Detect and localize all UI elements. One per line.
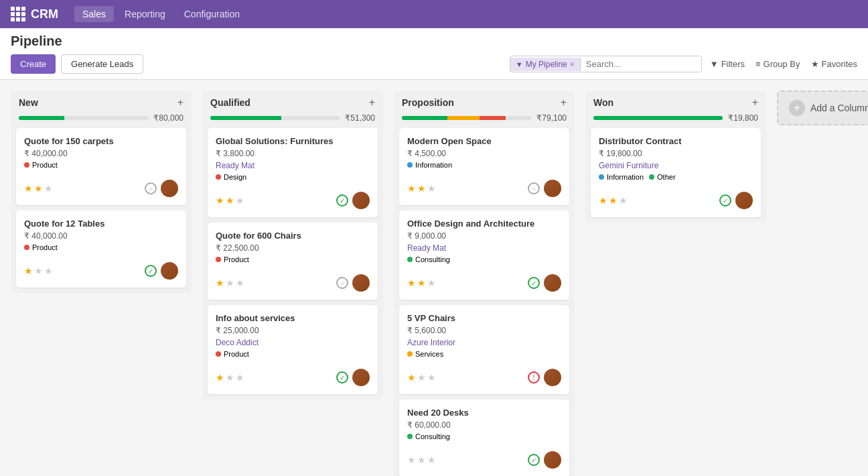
star-0[interactable]: ★ [407, 455, 416, 465]
column-progress-qualified: ₹51,300 [202, 111, 383, 128]
card-tag: Product [216, 255, 249, 263]
column-progress-proposition: ₹79,100 [394, 111, 575, 128]
star-2[interactable]: ★ [236, 195, 244, 206]
star-2[interactable]: ★ [44, 183, 53, 194]
column-cards-qualified: Global Solutions: Furnitures ₹ 3,800.00 … [202, 128, 383, 400]
filter-icon: ▼ [516, 60, 523, 68]
star-1[interactable]: ★ [417, 372, 426, 383]
star-1[interactable]: ★ [226, 372, 234, 383]
kanban-card: Quote for 600 Chairs ₹ 22,500.00 Product… [208, 223, 378, 300]
app-logo[interactable]: CRM [11, 7, 58, 21]
column-add-button-won[interactable]: + [752, 97, 758, 108]
activity-icon[interactable]: ✓ [528, 277, 540, 289]
star-1[interactable]: ★ [34, 265, 43, 276]
card-title[interactable]: Office Design and Architecture [407, 219, 561, 229]
card-footer: ★★★ ○ [24, 180, 178, 197]
filters-button[interactable]: ▼ Filters [710, 59, 745, 69]
star-1[interactable]: ★ [226, 195, 234, 206]
star-1[interactable]: ★ [417, 278, 426, 288]
column-cards-proposition: Modern Open Space ₹ 4,500.00 Information… [394, 128, 575, 476]
kanban-card: Info about services ₹ 25,000.00 Deco Add… [208, 305, 378, 394]
card-amount: ₹ 3,800.00 [216, 149, 370, 158]
card-actions: ✓ [719, 192, 753, 209]
group-by-button[interactable]: ≡ Group By [755, 59, 800, 69]
star-1[interactable]: ★ [417, 455, 426, 465]
star-2[interactable]: ★ [427, 455, 436, 465]
star-1[interactable]: ★ [226, 278, 234, 288]
filter-close-icon[interactable]: × [570, 60, 575, 69]
generate-leads-button[interactable]: Generate Leads [61, 54, 143, 74]
card-title[interactable]: Info about services [216, 313, 370, 323]
nav-reporting[interactable]: Reporting [117, 6, 173, 22]
card-actions: ! [528, 369, 561, 386]
activity-icon[interactable]: ✓ [336, 371, 348, 383]
star-2[interactable]: ★ [236, 278, 244, 288]
search-filter-tag[interactable]: ▼ My Pipeline × [510, 58, 581, 71]
card-tag: Product [216, 350, 249, 358]
page-header: Pipeline Create Generate Leads ▼ My Pipe… [0, 28, 868, 80]
column-add-button-proposition[interactable]: + [561, 97, 567, 108]
avatar [544, 369, 561, 386]
star-0[interactable]: ★ [216, 195, 224, 206]
star-2[interactable]: ★ [236, 372, 244, 383]
favorites-button[interactable]: ★ Favorites [811, 59, 857, 69]
card-footer: ★★★ ✓ [24, 262, 178, 280]
star-0[interactable]: ★ [407, 183, 416, 194]
activity-icon[interactable]: ✓ [719, 194, 731, 206]
star-1[interactable]: ★ [609, 195, 618, 206]
star-2[interactable]: ★ [619, 195, 628, 206]
column-header-proposition: Proposition + [394, 91, 575, 111]
star-0[interactable]: ★ [24, 265, 33, 276]
star-2[interactable]: ★ [44, 265, 53, 276]
card-title[interactable]: Need 20 Desks [407, 408, 561, 418]
nav-sales[interactable]: Sales [74, 6, 114, 22]
star-2[interactable]: ★ [427, 183, 436, 194]
star-0[interactable]: ★ [24, 183, 33, 194]
create-button[interactable]: Create [11, 54, 56, 74]
add-column-button[interactable]: + Add a Column [777, 91, 868, 125]
column-add-button-qualified[interactable]: + [369, 97, 375, 108]
kanban-card: Global Solutions: Furnitures ₹ 3,800.00 … [208, 128, 378, 217]
column-cards-new: Quote for 150 carpets ₹ 40,000.00 Produc… [11, 128, 192, 293]
star-0[interactable]: ★ [216, 372, 224, 383]
star-0[interactable]: ★ [407, 372, 416, 383]
activity-icon[interactable]: ○ [145, 182, 157, 194]
activity-icon[interactable]: ✓ [336, 194, 348, 206]
card-title[interactable]: Quote for 12 Tables [24, 219, 178, 229]
activity-icon[interactable]: ! [528, 371, 540, 383]
card-title[interactable]: Distributor Contract [599, 136, 753, 146]
kanban-column-qualified: Qualified + ₹51,300 Global Solutions: Fu… [202, 91, 383, 400]
star-2[interactable]: ★ [427, 372, 436, 383]
avatar [352, 192, 370, 209]
star-0[interactable]: ★ [599, 195, 607, 206]
activity-icon[interactable]: ○ [528, 182, 540, 194]
card-title[interactable]: Quote for 150 carpets [24, 136, 178, 146]
column-add-button-new[interactable]: + [177, 97, 184, 108]
card-footer: ★★★ ! [407, 369, 561, 386]
column-amount-won: ₹19,800 [728, 113, 758, 123]
activity-icon[interactable]: ✓ [145, 265, 157, 277]
card-footer: ★★★ ✓ [407, 274, 561, 292]
avatar [352, 274, 370, 292]
avatar [161, 262, 178, 280]
star-2[interactable]: ★ [427, 278, 436, 288]
filters-icon: ▼ [710, 59, 719, 69]
star-1[interactable]: ★ [34, 183, 43, 194]
star-1[interactable]: ★ [417, 183, 426, 194]
kanban-card: Distributor Contract ₹ 19,800.00 Gemini … [591, 128, 761, 217]
activity-icon[interactable]: ○ [336, 277, 348, 289]
card-title[interactable]: Modern Open Space [407, 136, 561, 146]
nav-configuration[interactable]: Configuration [176, 6, 248, 22]
card-title[interactable]: Quote for 600 Chairs [216, 231, 370, 241]
star-0[interactable]: ★ [407, 278, 416, 288]
add-column-icon: + [789, 100, 805, 116]
card-footer: ★★★ ✓ [216, 369, 370, 386]
star-0[interactable]: ★ [216, 278, 224, 288]
card-title[interactable]: Global Solutions: Furnitures [216, 136, 370, 146]
card-title[interactable]: 5 VP Chairs [407, 313, 561, 323]
search-input[interactable] [581, 56, 701, 72]
card-actions: ✓ [528, 451, 561, 469]
filter-tag-label: My Pipeline [526, 60, 567, 69]
column-header-qualified: Qualified + [202, 91, 383, 111]
activity-icon[interactable]: ✓ [528, 454, 540, 466]
